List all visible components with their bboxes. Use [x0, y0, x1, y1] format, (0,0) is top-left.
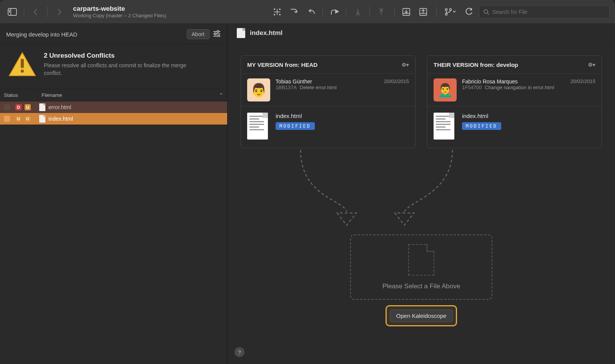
refresh-icon[interactable] — [462, 5, 476, 19]
conflict-title: 2 Unresolved Conflicts — [44, 52, 198, 60]
commit-author: Tobias Günther — [276, 78, 312, 85]
svg-point-29 — [218, 35, 220, 37]
commit-date: 20/02/2015 — [570, 78, 595, 84]
file-name: index.html — [48, 116, 73, 122]
modified-badge: MODIFIED — [276, 122, 315, 130]
commit-message: Change navigation in error.html — [485, 85, 554, 90]
commit-message: Delete error.html — [300, 85, 337, 90]
avatar: 👨‍🦱 — [434, 78, 457, 101]
highlighted-action: Open Kaleidoscope — [386, 305, 457, 326]
commit-hash: 1BB137A — [276, 85, 297, 90]
svg-point-20 — [445, 13, 447, 15]
svg-marker-10 — [336, 10, 339, 13]
svg-point-8 — [274, 14, 275, 15]
help-icon[interactable]: ? — [234, 347, 244, 357]
version-file-name: index.html — [462, 113, 501, 119]
inbox-down-icon[interactable] — [399, 5, 413, 19]
version-file-name: index.html — [276, 113, 315, 119]
pull-icon[interactable] — [287, 5, 301, 19]
svg-point-27 — [214, 33, 216, 35]
gear-icon[interactable]: ⚙︎▾ — [402, 62, 409, 68]
quick-actions-icon[interactable] — [270, 5, 284, 19]
undo-icon[interactable] — [304, 5, 318, 19]
merge-arrows — [228, 150, 615, 234]
svg-point-7 — [279, 8, 280, 9]
status-badge-u: U — [25, 104, 31, 110]
stage-checkbox[interactable] — [4, 104, 10, 110]
their-version-card: THEIR VERSION from: develop ⚙︎▾ 👨‍🦱 Fabr… — [427, 55, 602, 148]
warning-icon — [8, 52, 36, 80]
abort-button[interactable]: Abort — [187, 29, 209, 39]
commit-author: Fabricio Rosa Marques — [462, 78, 518, 85]
col-status[interactable]: Status — [0, 89, 38, 101]
drop-target[interactable]: Please Select a File Above — [350, 234, 492, 300]
open-kaleidoscope-button[interactable]: Open Kaleidoscope — [390, 309, 453, 322]
commit-date: 20/02/2015 — [384, 78, 409, 84]
left-pane: Merging develop into HEAD Abort 2 Unreso… — [0, 24, 228, 364]
repo-title-block: carparts-website Working Copy (master – … — [73, 5, 166, 18]
svg-point-6 — [274, 8, 275, 9]
search-icon — [483, 9, 489, 15]
status-badge-d: D — [15, 104, 22, 110]
gear-icon[interactable]: ⚙︎▾ — [588, 62, 595, 68]
right-filename: index.html — [250, 29, 283, 37]
my-version-heading: MY VERSION from: HEAD — [247, 61, 317, 68]
svg-point-3 — [9, 12, 10, 12]
my-version-card: MY VERSION from: HEAD ⚙︎▾ 👨 Tobias Günth… — [241, 55, 416, 148]
toolbar: carparts-website Working Copy (master – … — [0, 0, 615, 24]
file-icon — [39, 103, 45, 111]
sidebar-toggle-icon[interactable] — [5, 5, 19, 19]
svg-point-2 — [9, 10, 10, 11]
drop-text: Please Select a File Above — [382, 283, 460, 290]
status-badge-u: U — [15, 116, 22, 122]
document-icon — [434, 113, 454, 140]
file-outline-icon — [408, 244, 434, 276]
file-icon — [237, 28, 245, 38]
branch-menu-icon[interactable] — [441, 5, 459, 19]
forward-icon[interactable] — [52, 5, 66, 19]
stash-up-icon[interactable] — [374, 5, 388, 19]
back-icon[interactable] — [29, 5, 43, 19]
push-icon[interactable] — [327, 5, 341, 19]
sort-asc-icon: ⌃ — [219, 92, 223, 98]
status-badge-u: U — [25, 116, 31, 122]
document-icon — [247, 113, 268, 140]
svg-line-23 — [487, 13, 489, 15]
repo-name: carparts-website — [73, 5, 166, 13]
right-pane: index.html MY VERSION from: HEAD ⚙︎▾ 👨 T… — [228, 24, 615, 364]
conflict-body: Please resolve all conflicts and commit … — [44, 62, 198, 77]
svg-point-25 — [217, 31, 219, 33]
file-row-error[interactable]: D U error.html — [0, 101, 227, 113]
commit-hash: 1F54700 — [462, 85, 482, 90]
svg-rect-31 — [21, 59, 24, 68]
merge-title: Merging develop into HEAD — [6, 31, 77, 38]
settings-icon[interactable] — [213, 30, 221, 38]
inbox-up-icon[interactable] — [416, 5, 430, 19]
avatar: 👨 — [247, 78, 270, 101]
modified-badge: MODIFIED — [462, 122, 501, 130]
svg-point-9 — [279, 14, 280, 15]
svg-point-21 — [450, 8, 452, 10]
svg-point-32 — [21, 70, 24, 73]
repo-subtitle: Working Copy (master – 2 Changed Files) — [73, 13, 166, 18]
stash-down-icon[interactable] — [351, 5, 365, 19]
col-filename[interactable]: Filename ⌃ — [38, 89, 227, 101]
file-table-header: Status Filename ⌃ — [0, 89, 227, 101]
file-row-index[interactable]: U U index.html — [0, 113, 227, 125]
their-version-heading: THEIR VERSION from: develop — [434, 61, 518, 68]
search-field[interactable] — [479, 5, 610, 18]
stage-checkbox[interactable] — [4, 116, 10, 122]
file-icon — [39, 115, 45, 123]
file-name: error.html — [48, 104, 71, 110]
search-input[interactable] — [492, 9, 605, 15]
svg-point-22 — [484, 10, 488, 13]
svg-point-19 — [445, 8, 447, 10]
